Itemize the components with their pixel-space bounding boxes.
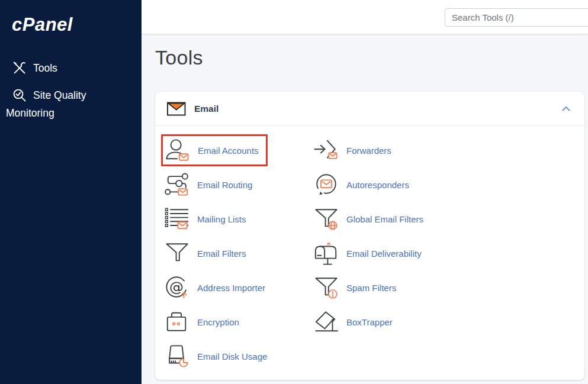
main-content: Tools Email	[142, 34, 588, 384]
tool-label: Email Routing	[197, 180, 252, 190]
email-section-header[interactable]: Email	[155, 92, 584, 126]
search-input[interactable]	[445, 8, 588, 27]
box-trapper-icon	[314, 309, 339, 334]
svg-text:@: @	[169, 279, 184, 295]
page-title: Tools	[155, 46, 588, 69]
sidebar-item-tools[interactable]: Tools	[0, 54, 142, 82]
tool-label: Email Disk Usage	[197, 351, 267, 362]
tool-label: Email Accounts	[198, 146, 259, 156]
sidebar: cPanel Tools Site	[0, 0, 142, 384]
sidebar-item-label: Tools	[33, 62, 57, 74]
email-routing-icon	[165, 172, 189, 197]
mailing-lists-icon	[165, 206, 189, 231]
tool-item-email-routing[interactable]: Email Routing	[165, 172, 257, 197]
tool-item-spam-filters[interactable]: Spam Filters	[314, 275, 401, 300]
global-email-filters-icon	[314, 206, 339, 231]
tool-label: Encryption	[197, 317, 239, 327]
sidebar-nav: Tools Site Quality Monitoring	[0, 54, 142, 127]
tool-item-email-filters[interactable]: Email Filters	[165, 241, 251, 266]
tool-label: Global Email Filters	[346, 214, 423, 224]
tool-item-address-importer[interactable]: @ Address Importer	[165, 275, 270, 300]
email-disk-usage-icon	[165, 344, 189, 369]
tool-item-email-deliverability[interactable]: Email Deliverability	[314, 241, 426, 266]
tool-label: Email Deliverability	[346, 249, 422, 259]
tool-label: Autoresponders	[346, 180, 409, 190]
email-filters-icon	[165, 241, 189, 266]
email-accounts-icon	[165, 138, 190, 163]
email-section-card: Email	[155, 92, 584, 380]
tool-item-mailing-lists[interactable]: Mailing Lists	[165, 206, 251, 231]
tool-label: Address Importer	[197, 283, 265, 293]
spam-filters-icon	[314, 275, 339, 300]
tool-item-global-email-filters[interactable]: Global Email Filters	[314, 206, 428, 231]
topbar	[142, 0, 588, 34]
address-importer-icon: @	[165, 275, 189, 300]
site-quality-monitoring-icon	[12, 88, 27, 102]
email-tools-grid: Email Accounts	[165, 133, 584, 373]
tool-label: Forwarders	[346, 146, 391, 156]
tool-label: Spam Filters	[346, 283, 396, 293]
chevron-up-icon[interactable]	[562, 106, 570, 111]
email-deliverability-icon	[314, 241, 339, 266]
tool-item-email-disk-usage[interactable]: Email Disk Usage	[165, 344, 272, 369]
cpanel-logo[interactable]: cPanel	[0, 0, 142, 36]
tool-item-forwarders[interactable]: Forwarders	[314, 138, 396, 163]
cpanel-app: cPanel Tools Site	[0, 0, 588, 384]
email-icon	[167, 102, 186, 116]
tool-label: BoxTrapper	[346, 317, 393, 327]
tool-label: Mailing Lists	[197, 214, 246, 224]
tool-label: Email Filters	[197, 249, 246, 259]
email-section-title: Email	[194, 104, 219, 114]
autoresponders-icon	[314, 172, 339, 197]
forwarders-icon	[314, 138, 339, 163]
sidebar-item-site-quality-monitoring[interactable]: Site Quality Monitoring	[0, 82, 142, 127]
tool-item-box-trapper[interactable]: BoxTrapper	[314, 309, 397, 334]
email-section-body: Email Accounts	[155, 126, 584, 373]
tool-item-email-accounts[interactable]: Email Accounts	[161, 134, 268, 166]
tool-item-encryption[interactable]: Encryption	[165, 309, 244, 334]
encryption-icon	[165, 309, 189, 334]
tools-icon	[12, 61, 27, 75]
tool-item-autoresponders[interactable]: Autoresponders	[314, 172, 414, 197]
